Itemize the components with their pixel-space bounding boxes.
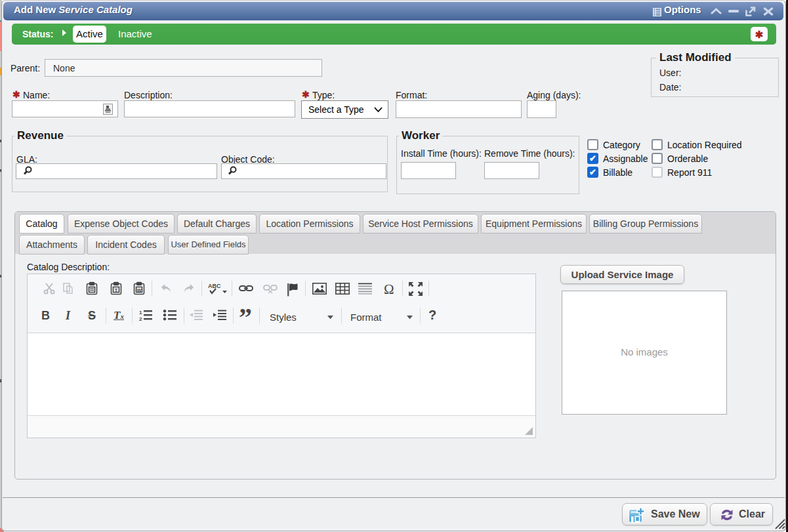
svg-text:W: W [136, 287, 142, 293]
svg-text:1: 1 [139, 310, 142, 316]
svg-text:ABC: ABC [208, 283, 221, 289]
svg-text:T: T [115, 287, 118, 293]
svg-text:2: 2 [139, 316, 142, 321]
